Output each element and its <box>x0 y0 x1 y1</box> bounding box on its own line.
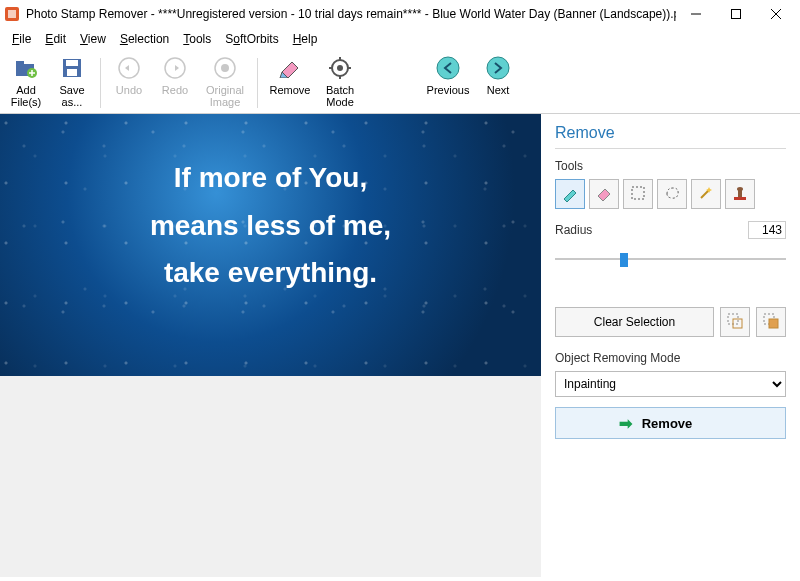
folder-plus-icon <box>12 54 40 82</box>
redo-icon <box>161 54 189 82</box>
svg-point-27 <box>487 57 509 79</box>
lasso-icon <box>663 184 681 205</box>
eraser-icon <box>276 54 304 82</box>
minimize-button[interactable] <box>676 0 716 28</box>
lasso-select-tool[interactable] <box>657 179 687 209</box>
menu-view[interactable]: View <box>74 30 112 48</box>
workspace: If more of You, means less of me, take e… <box>0 114 800 577</box>
svg-rect-38 <box>769 319 778 328</box>
clear-selection-button[interactable]: Clear Selection <box>555 307 714 337</box>
undo-label: Undo <box>116 84 142 96</box>
overlay-line-2: means less of me, <box>0 202 541 250</box>
side-panel: Remove Tools Radius 143 Clear Selection … <box>541 114 800 577</box>
overlay-line-3: take everything. <box>0 249 541 297</box>
save-as-button[interactable]: Save as... <box>50 54 94 110</box>
svg-rect-7 <box>16 61 24 65</box>
previous-label: Previous <box>427 84 470 96</box>
menu-help[interactable]: Help <box>287 30 324 48</box>
image-overlay-text: If more of You, means less of me, take e… <box>0 154 541 297</box>
mode-label: Object Removing Mode <box>555 351 786 365</box>
svg-point-21 <box>337 65 343 71</box>
svg-rect-1 <box>8 10 16 18</box>
svg-point-17 <box>221 64 229 72</box>
marker-icon <box>561 184 579 205</box>
svg-rect-3 <box>732 10 741 19</box>
eraser-tool[interactable] <box>589 179 619 209</box>
batch-mode-label: Batch Mode <box>318 84 362 108</box>
undo-icon <box>115 54 143 82</box>
status-bar <box>0 577 800 581</box>
menu-bar: File Edit View Selection Tools SoftOrbit… <box>0 28 800 50</box>
menu-file[interactable]: File <box>6 30 37 48</box>
svg-rect-33 <box>738 190 742 197</box>
add-files-button[interactable]: Add File(s) <box>4 54 48 110</box>
svg-marker-28 <box>564 190 576 202</box>
menu-selection[interactable]: Selection <box>114 30 175 48</box>
magic-wand-tool[interactable] <box>691 179 721 209</box>
main-toolbar: Add File(s) Save as... Undo Redo Origina… <box>0 50 800 114</box>
overlay-line-1: If more of You, <box>0 154 541 202</box>
original-image-label: Original Image <box>199 84 251 108</box>
original-image-icon <box>211 54 239 82</box>
stamp-tool[interactable] <box>725 179 755 209</box>
rect-select-icon <box>629 184 647 205</box>
next-button[interactable]: Next <box>476 54 520 110</box>
canvas-area[interactable]: If more of You, means less of me, take e… <box>0 114 541 577</box>
radius-label: Radius <box>555 223 592 237</box>
tools-label: Tools <box>555 159 786 173</box>
rect-select-tool[interactable] <box>623 179 653 209</box>
svg-rect-13 <box>67 69 77 76</box>
removing-mode-select[interactable]: Inpainting <box>555 371 786 397</box>
title-bar: Photo Stamp Remover - ****Unregistered v… <box>0 0 800 28</box>
window-title: Photo Stamp Remover - ****Unregistered v… <box>26 7 676 21</box>
batch-mode-button[interactable]: Batch Mode <box>318 54 362 110</box>
canvas-image: If more of You, means less of me, take e… <box>0 114 541 376</box>
original-image-button[interactable]: Original Image <box>199 54 251 110</box>
svg-line-31 <box>701 190 709 198</box>
magic-wand-icon <box>697 184 715 205</box>
next-icon <box>484 54 512 82</box>
arrow-right-icon: ➡ <box>619 414 632 433</box>
invert-selection-icon <box>762 312 780 333</box>
svg-point-26 <box>437 57 459 79</box>
previous-icon <box>434 54 462 82</box>
menu-edit[interactable]: Edit <box>39 30 72 48</box>
selection-tool-row <box>555 179 786 209</box>
remove-button-toolbar[interactable]: Remove <box>264 54 316 110</box>
maximize-button[interactable] <box>716 0 756 28</box>
undo-button[interactable]: Undo <box>107 54 151 110</box>
marker-tool[interactable] <box>555 179 585 209</box>
redo-label: Redo <box>162 84 188 96</box>
stamp-icon <box>731 184 749 205</box>
gear-icon <box>326 54 354 82</box>
menu-softorbits[interactable]: SoftOrbits <box>219 30 284 48</box>
invert-selection-button[interactable] <box>756 307 786 337</box>
previous-button[interactable]: Previous <box>422 54 474 110</box>
svg-rect-12 <box>66 60 78 66</box>
save-icon <box>58 54 86 82</box>
radius-value[interactable]: 143 <box>748 221 786 239</box>
remove-action-button[interactable]: ➡ Remove <box>555 407 786 439</box>
deselect-button[interactable] <box>720 307 750 337</box>
svg-point-34 <box>737 187 743 191</box>
redo-button[interactable]: Redo <box>153 54 197 110</box>
menu-tools[interactable]: Tools <box>177 30 217 48</box>
svg-rect-32 <box>734 197 746 200</box>
side-panel-title: Remove <box>555 124 786 149</box>
eraser-tool-icon <box>595 184 613 205</box>
svg-marker-29 <box>598 189 610 201</box>
close-button[interactable] <box>756 0 796 28</box>
remove-action-label: Remove <box>642 416 693 431</box>
svg-rect-30 <box>632 187 644 199</box>
radius-slider[interactable] <box>555 251 786 267</box>
remove-toolbar-label: Remove <box>270 84 311 96</box>
add-files-label: Add File(s) <box>4 84 48 108</box>
next-label: Next <box>487 84 510 96</box>
save-as-label: Save as... <box>50 84 94 108</box>
deselect-icon <box>726 312 744 333</box>
app-icon <box>4 6 20 22</box>
